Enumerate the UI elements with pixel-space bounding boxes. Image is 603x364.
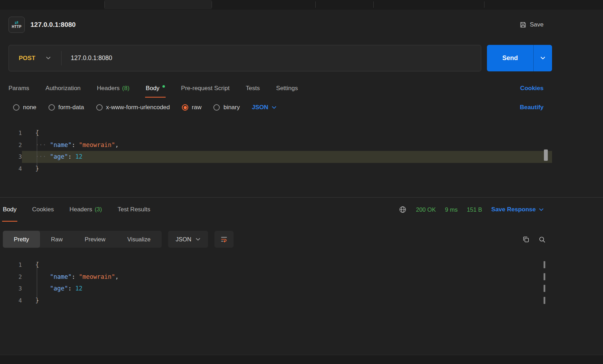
token: "meowrain"	[79, 141, 115, 148]
response-actions	[522, 236, 552, 243]
request-tab-pre-request-script[interactable]: Pre-request Script	[181, 79, 230, 98]
response-tab-body[interactable]: Body	[3, 198, 17, 222]
editor-lines: 1{2 "name": "meowrain",3 "age": 124}	[0, 257, 552, 306]
body-type-x-www-form-urlencoded[interactable]: x-www-form-urlencoded	[96, 104, 170, 111]
chevron-down-icon	[272, 106, 276, 109]
response-body-editor[interactable]: 1{2 "name": "meowrain",3 "age": 124}	[0, 257, 552, 350]
code-text[interactable]: "age": 12	[22, 283, 552, 295]
beautify-link[interactable]: Beautify	[520, 104, 544, 111]
token: :	[71, 141, 79, 148]
chevron-down-icon	[539, 208, 544, 211]
line-number: 4	[0, 295, 22, 307]
method-selector[interactable]: POST	[9, 45, 61, 71]
request-language-select[interactable]: JSON	[252, 104, 276, 111]
active-workspace-tab[interactable]	[104, 0, 212, 9]
token: "name"	[50, 141, 71, 148]
response-view-tabs: PrettyRawPreviewVisualize	[3, 231, 162, 248]
token: 12	[75, 285, 82, 292]
body-type-raw[interactable]: raw	[182, 104, 201, 111]
request-tab-body[interactable]: Body	[146, 79, 165, 98]
request-tab-headers[interactable]: Headers(8)	[97, 79, 130, 98]
network-icon[interactable]	[399, 206, 407, 213]
bracket-guide	[37, 129, 37, 172]
code-text[interactable]: }	[22, 295, 552, 307]
tab-label: Test Results	[117, 206, 150, 213]
response-header: BodyCookiesHeaders(3)Test Results 200 OK…	[0, 198, 552, 222]
token	[35, 273, 50, 280]
response-tab-cookies[interactable]: Cookies	[32, 198, 54, 222]
response-status: 200 OK	[416, 206, 436, 213]
response-meta: 200 OK 9 ms 151 B Save Response	[399, 206, 544, 213]
request-tab-params[interactable]: Params	[8, 79, 29, 98]
token: :	[71, 273, 79, 280]
tab-count: (3)	[94, 206, 102, 213]
view-tab-visualize[interactable]: Visualize	[116, 231, 162, 248]
body-type-binary[interactable]: binary	[213, 104, 240, 111]
body-type-label: none	[23, 104, 36, 111]
wrap-lines-button[interactable]	[214, 231, 234, 248]
code-text[interactable]: ··· "age": 12	[22, 151, 552, 163]
request-tab-tests[interactable]: Tests	[246, 79, 260, 98]
search-icon	[538, 236, 546, 243]
token: "name"	[50, 273, 71, 280]
response-language-select[interactable]: JSON	[168, 231, 208, 248]
body-modified-dot	[162, 85, 165, 88]
code-line: 2··· "name": "meowrain",	[0, 139, 552, 151]
copy-response-button[interactable]	[522, 236, 530, 243]
token: "age"	[50, 153, 68, 160]
workspace-tab-bar[interactable]	[0, 0, 603, 10]
response-tabs: BodyCookiesHeaders(3)Test Results	[3, 198, 150, 222]
language-label: JSON	[176, 236, 191, 243]
send-options-button[interactable]	[534, 45, 552, 71]
view-tab-preview[interactable]: Preview	[74, 231, 116, 248]
response-tab-test-results[interactable]: Test Results	[117, 198, 150, 222]
view-tab-pretty[interactable]: Pretty	[3, 231, 40, 248]
url-row: POST Send	[0, 45, 552, 71]
code-text[interactable]: {	[22, 127, 552, 139]
radio-unselected-icon	[213, 104, 220, 111]
tab-separator	[484, 1, 484, 8]
line-number: 4	[0, 163, 22, 175]
save-response-button[interactable]: Save Response	[491, 206, 544, 213]
tab-label: Settings	[276, 85, 298, 92]
language-label: JSON	[252, 104, 268, 111]
code-text[interactable]: ··· "name": "meowrain",	[22, 139, 552, 151]
code-line: 4}	[0, 163, 552, 175]
cookies-link[interactable]: Cookies	[520, 85, 544, 92]
request-tabs: ParamsAuthorizationHeaders(8)BodyPre-req…	[8, 79, 298, 98]
view-tab-raw[interactable]: Raw	[40, 231, 74, 248]
request-tab-settings[interactable]: Settings	[276, 79, 298, 98]
token	[35, 285, 50, 292]
body-type-none[interactable]: none	[13, 104, 36, 111]
token: ···	[35, 153, 50, 160]
code-text[interactable]: "name": "meowrain",	[22, 271, 552, 283]
code-text[interactable]: }	[22, 163, 552, 175]
response-toolbar: PrettyRawPreviewVisualize JSON	[0, 231, 552, 248]
token: ···	[35, 141, 50, 148]
http-request-icon: ⇄ HTTP	[8, 17, 25, 33]
body-type-form-data[interactable]: form-data	[48, 104, 84, 111]
request-body-editor[interactable]: 1{2··· "name": "meowrain",3··· "age": 12…	[0, 124, 552, 197]
tab-label: Tests	[246, 85, 260, 92]
url-input[interactable]	[62, 54, 481, 62]
request-tab-authorization[interactable]: Authorization	[46, 79, 81, 98]
tab-label: Headers	[97, 85, 120, 92]
search-response-button[interactable]	[538, 236, 546, 243]
request-tabs-row: ParamsAuthorizationHeaders(8)BodyPre-req…	[0, 79, 552, 98]
bracket-guide	[37, 261, 37, 304]
code-text[interactable]: {	[22, 259, 552, 271]
response-size: 151 B	[467, 206, 482, 213]
tab-label: Headers	[69, 206, 92, 213]
response-tab-headers[interactable]: Headers(3)	[69, 198, 102, 222]
send-label[interactable]: Send	[487, 45, 533, 71]
line-number: 2	[0, 271, 22, 283]
code-line: 4}	[0, 295, 552, 307]
token: {	[35, 129, 39, 136]
send-button[interactable]: Send	[487, 45, 552, 71]
line-number: 1	[0, 259, 22, 271]
body-type-row: noneform-datax-www-form-urlencodedrawbin…	[0, 100, 552, 115]
line-number: 3	[0, 283, 22, 295]
save-button[interactable]: Save	[519, 21, 544, 28]
editor-scrollbar[interactable]	[544, 149, 548, 161]
body-type-options: noneform-datax-www-form-urlencodedrawbin…	[13, 104, 240, 111]
